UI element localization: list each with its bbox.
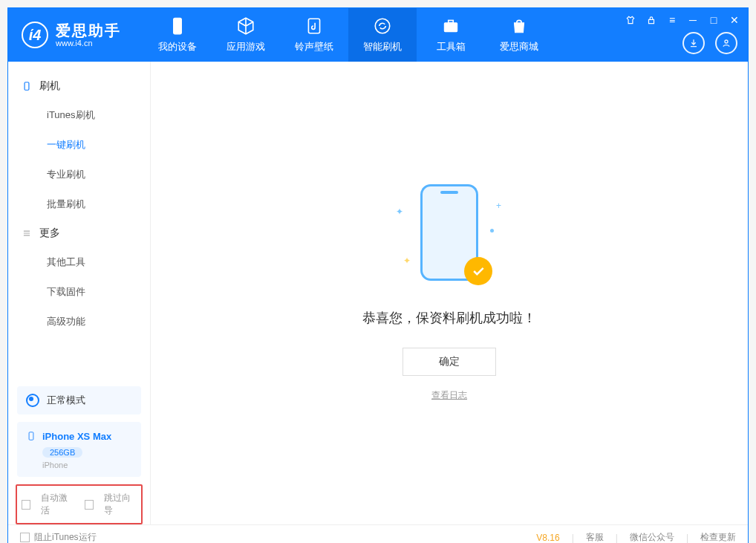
block-itunes-checkbox[interactable] (20, 533, 30, 542)
version-label: V8.16 (536, 533, 559, 543)
lock-icon[interactable] (645, 14, 657, 26)
logo-icon: ί4 (22, 22, 48, 48)
svg-rect-3 (449, 20, 454, 22)
statusbar: 阻止iTunes运行 V8.16 | 客服 | 微信公众号 | 检查更新 (8, 524, 748, 543)
svg-rect-5 (649, 19, 654, 23)
minimize-button[interactable]: ─ (687, 14, 699, 26)
storage-badge: 256GB (42, 447, 82, 458)
tab-smart-flash[interactable]: 智能刷机 (348, 8, 417, 62)
sparkle-icon: ✦ (403, 256, 411, 266)
close-button[interactable]: ✕ (729, 14, 740, 26)
shirt-icon[interactable] (625, 14, 636, 26)
customer-service-link[interactable]: 客服 (586, 531, 604, 543)
auto-activate-checkbox[interactable] (22, 500, 30, 510)
checkbox-row: 自动激活 跳过向导 (16, 484, 143, 524)
sidebar-item-other-tools[interactable]: 其他工具 (8, 247, 150, 277)
sidebar-item-pro-flash[interactable]: 专业刷机 (8, 160, 150, 189)
tab-label: 铃声壁纸 (295, 40, 333, 53)
svg-rect-2 (444, 23, 457, 32)
toolbox-icon (441, 16, 460, 36)
main-content: ✦ + ✦ 恭喜您，保资料刷机成功啦！ 确定 查看日志 (151, 62, 748, 524)
cube-icon (236, 16, 255, 36)
sidebar-item-download-firmware[interactable]: 下载固件 (8, 277, 150, 307)
block-itunes-label: 阻止iTunes运行 (34, 531, 97, 543)
tab-label: 智能刷机 (363, 40, 402, 53)
mode-icon (26, 394, 39, 407)
sidebar-item-advanced[interactable]: 高级功能 (8, 307, 150, 336)
download-button[interactable] (682, 32, 705, 54)
app-window: ί4 爱思助手 www.i4.cn 我的设备 应用游戏 铃声壁纸 智能刷机 (7, 7, 749, 543)
tab-label: 工具箱 (437, 40, 466, 53)
device-card[interactable]: iPhone XS Max 256GB iPhone (17, 422, 141, 477)
mode-label: 正常模式 (47, 394, 85, 407)
sidebar-item-oneclick-flash[interactable]: 一键刷机 (8, 130, 150, 160)
refresh-shield-icon (373, 16, 392, 36)
svg-point-4 (725, 40, 728, 43)
device-type: iPhone (42, 461, 132, 469)
tab-toolbox[interactable]: 工具箱 (417, 8, 485, 62)
music-file-icon (304, 16, 324, 36)
svg-rect-0 (174, 18, 182, 34)
tab-label: 我的设备 (158, 40, 197, 53)
device-name: iPhone XS Max (42, 431, 111, 442)
mode-card[interactable]: 正常模式 (17, 386, 141, 414)
tab-label: 爱思商城 (500, 40, 538, 53)
success-message: 恭喜您，保资料刷机成功啦！ (362, 309, 536, 327)
skip-guide-checkbox[interactable] (85, 500, 94, 510)
app-name: 爱思助手 (56, 22, 121, 39)
check-update-link[interactable]: 检查更新 (700, 531, 736, 543)
ok-button[interactable]: 确定 (403, 348, 496, 376)
sparkle-icon: + (496, 201, 501, 211)
phone-icon (168, 16, 187, 36)
success-illustration: ✦ + ✦ (382, 184, 516, 296)
tab-store[interactable]: 爱思商城 (485, 8, 553, 62)
tab-ringtone-wallpaper[interactable]: 铃声壁纸 (280, 8, 348, 62)
sidebar-section-flash: 刷机 (8, 72, 150, 100)
app-url: www.i4.cn (56, 39, 121, 48)
auto-activate-label: 自动激活 (41, 492, 74, 517)
bag-icon (509, 16, 529, 36)
sidebar-item-batch-flash[interactable]: 批量刷机 (8, 189, 150, 219)
dot-icon (490, 229, 494, 233)
check-badge-icon (464, 257, 492, 285)
sidebar: 刷机 iTunes刷机 一键刷机 专业刷机 批量刷机 更多 其他工具 下载固件 … (8, 62, 151, 524)
logo: ί4 爱思助手 www.i4.cn (8, 22, 134, 48)
list-icon (22, 228, 32, 238)
device-icon (22, 81, 32, 91)
tab-apps-games[interactable]: 应用游戏 (212, 8, 280, 62)
svg-rect-6 (25, 82, 29, 91)
nav-tabs: 我的设备 应用游戏 铃声壁纸 智能刷机 工具箱 爱思商城 (143, 8, 553, 62)
sidebar-item-itunes-flash[interactable]: iTunes刷机 (8, 100, 150, 130)
sidebar-section-more: 更多 (8, 219, 150, 247)
titlebar: ί4 爱思助手 www.i4.cn 我的设备 应用游戏 铃声壁纸 智能刷机 (8, 8, 748, 62)
view-log-link[interactable]: 查看日志 (431, 389, 467, 402)
maximize-button[interactable]: □ (708, 14, 720, 26)
svg-rect-7 (29, 432, 33, 440)
sparkle-icon: ✦ (396, 207, 403, 217)
tab-my-device[interactable]: 我的设备 (143, 8, 212, 62)
wechat-link[interactable]: 微信公众号 (630, 531, 674, 543)
phone-outline-icon (26, 429, 36, 443)
tab-label: 应用游戏 (227, 40, 265, 53)
menu-icon[interactable]: ≡ (666, 14, 678, 26)
skip-guide-label: 跳过向导 (104, 492, 137, 517)
svg-rect-1 (308, 19, 319, 33)
user-button[interactable] (715, 32, 737, 54)
